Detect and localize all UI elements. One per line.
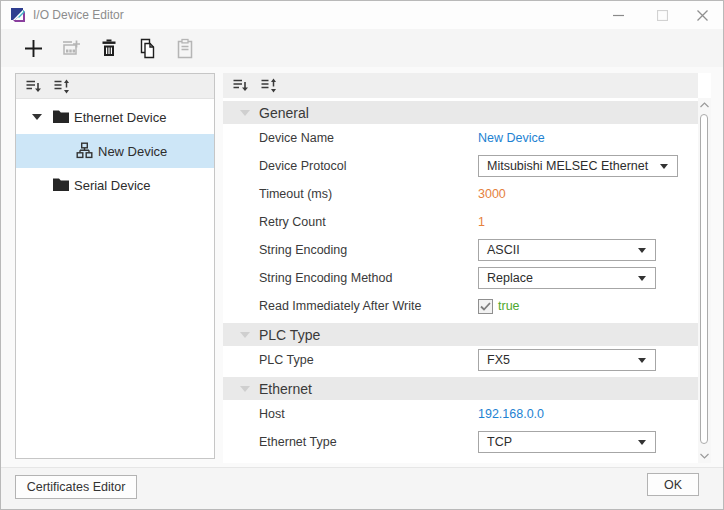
prop-row-read-immediately: Read Immediately After Write true [223, 292, 698, 320]
prop-row-string-encoding: String Encoding ASCII [223, 236, 698, 264]
paste-icon [175, 38, 195, 59]
string-encoding-method-dropdown[interactable]: Replace [478, 267, 656, 289]
tree-expand-all-button[interactable] [52, 77, 70, 95]
ethernet-type-dropdown[interactable]: TCP [478, 431, 656, 453]
main-toolbar [1, 29, 723, 67]
prop-row-string-encoding-method: String Encoding Method Replace [223, 264, 698, 292]
prop-label: Ethernet Type [259, 435, 337, 449]
chevron-down-icon [638, 440, 646, 445]
expand-all-icon [53, 78, 70, 95]
app-logo-icon [10, 7, 26, 23]
timeout-value[interactable]: 3000 [478, 187, 506, 201]
chevron-up-icon [700, 102, 709, 108]
prop-row-plc-type: PLC Type FX5 [223, 346, 698, 374]
section-header-plc-type[interactable]: PLC Type [223, 323, 698, 346]
tree-panel-toolbar [16, 74, 214, 99]
device-protocol-dropdown[interactable]: Mitsubishi MELSEC Ethernet [478, 155, 678, 177]
chevron-down-icon [660, 164, 668, 169]
read-immediately-checkbox[interactable] [478, 299, 493, 314]
section-header-ethernet[interactable]: Ethernet [223, 377, 698, 400]
minimize-button[interactable] [601, 1, 635, 29]
scroll-down-button[interactable] [698, 449, 711, 463]
section-header-general[interactable]: General [223, 101, 698, 124]
section-title: PLC Type [223, 327, 320, 343]
chevron-down-icon [700, 453, 709, 459]
dropdown-value: Mitsubishi MELSEC Ethernet [487, 159, 648, 173]
device-name-value[interactable]: New Device [478, 131, 545, 145]
prop-label: Host [259, 407, 285, 421]
close-button[interactable] [685, 1, 719, 29]
footer-bar: Certificates Editor OK [1, 467, 723, 509]
ok-button[interactable]: OK [647, 473, 699, 496]
titlebar: I/O Device Editor [1, 1, 723, 29]
device-tree: Ethernet Device New Device Serial Device [16, 100, 214, 458]
prop-label: String Encoding [259, 243, 347, 257]
prop-row-port: Port 5000 [223, 456, 698, 463]
string-encoding-dropdown[interactable]: ASCII [478, 239, 656, 261]
prop-row-ethernet-type: Ethernet Type TCP [223, 428, 698, 456]
paste-device-button[interactable] [171, 34, 199, 62]
section-collapse-icon [240, 332, 250, 338]
chevron-down-icon [638, 276, 646, 281]
prop-label: Timeout (ms) [259, 187, 332, 201]
host-value[interactable]: 192.168.0.0 [478, 407, 544, 421]
property-panel: General Device Name New Device Device Pr… [223, 73, 711, 463]
property-grid: General Device Name New Device Device Pr… [223, 98, 698, 463]
prop-row-device-protocol: Device Protocol Mitsubishi MELSEC Ethern… [223, 152, 698, 180]
tree-item-serial-device[interactable]: Serial Device [16, 168, 214, 202]
expander-down-icon[interactable] [32, 114, 42, 120]
props-collapse-all-button[interactable] [231, 77, 249, 95]
window-title: I/O Device Editor [33, 8, 124, 22]
prop-label: Device Protocol [259, 159, 347, 173]
network-device-icon [76, 142, 93, 159]
dropdown-value: ASCII [487, 243, 520, 257]
trash-icon [99, 38, 119, 58]
add-module-icon [60, 37, 82, 59]
prop-label: Device Name [259, 131, 334, 145]
copy-device-button[interactable] [133, 34, 161, 62]
prop-row-device-name: Device Name New Device [223, 124, 698, 152]
tree-item-ethernet-device[interactable]: Ethernet Device [16, 100, 214, 134]
folder-icon [52, 177, 70, 192]
retry-count-value[interactable]: 1 [478, 215, 485, 229]
section-title: Ethernet [223, 381, 312, 397]
prop-label: PLC Type [259, 353, 314, 367]
scrollbar-thumb[interactable] [700, 114, 708, 444]
dropdown-value: FX5 [487, 353, 510, 367]
chevron-down-icon [638, 358, 646, 363]
prop-label: Read Immediately After Write [259, 299, 421, 313]
plc-type-dropdown[interactable]: FX5 [478, 349, 656, 371]
checkbox-value-label: true [498, 299, 520, 313]
collapse-all-icon [25, 78, 42, 95]
prop-row-retry-count: Retry Count 1 [223, 208, 698, 236]
add-device-button[interactable] [19, 34, 47, 62]
folder-icon [52, 109, 70, 124]
vertical-scrollbar[interactable] [698, 98, 711, 463]
prop-label: String Encoding Method [259, 271, 392, 285]
chevron-down-icon [638, 248, 646, 253]
section-collapse-icon [240, 110, 250, 116]
property-panel-toolbar [223, 73, 698, 98]
delete-device-button[interactable] [95, 34, 123, 62]
expand-all-icon [260, 77, 277, 94]
copy-icon [137, 38, 158, 59]
check-icon [480, 302, 491, 311]
section-title: General [223, 105, 309, 121]
tree-item-label: Serial Device [16, 178, 151, 193]
scroll-up-button[interactable] [698, 98, 711, 112]
plus-icon [23, 38, 44, 59]
io-device-editor-window: I/O Device Editor [0, 0, 724, 510]
dropdown-value: TCP [487, 435, 512, 449]
dropdown-value: Replace [487, 271, 533, 285]
tree-collapse-all-button[interactable] [24, 77, 42, 95]
certificates-editor-button[interactable]: Certificates Editor [15, 475, 137, 499]
tree-item-new-device[interactable]: New Device [16, 134, 214, 168]
section-collapse-icon [240, 386, 250, 392]
props-expand-all-button[interactable] [259, 77, 277, 95]
collapse-all-icon [232, 77, 249, 94]
add-module-button[interactable] [57, 34, 85, 62]
prop-row-timeout: Timeout (ms) 3000 [223, 180, 698, 208]
prop-label: Retry Count [259, 215, 326, 229]
maximize-button[interactable] [645, 1, 679, 29]
device-tree-panel: Ethernet Device New Device Serial Device [15, 73, 215, 459]
